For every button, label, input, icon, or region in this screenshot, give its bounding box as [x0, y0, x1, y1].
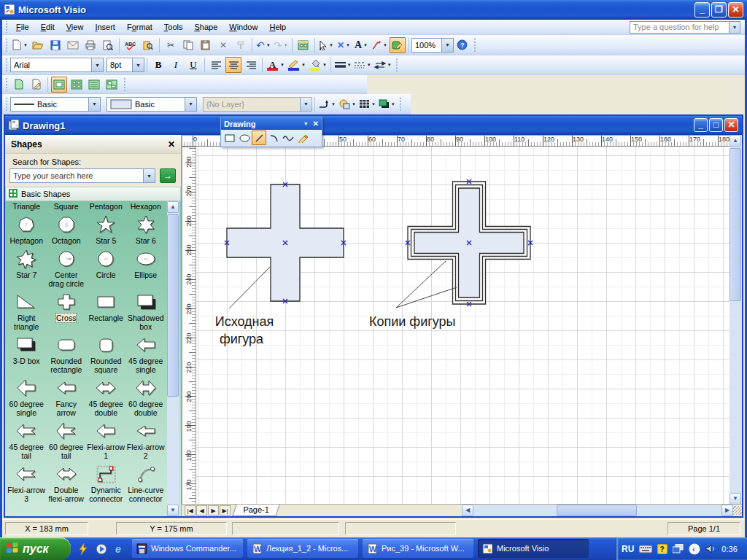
- scrollbar-thumb[interactable]: [729, 148, 741, 301]
- stencil-item-arrow-45-tail[interactable]: 45 degree tail: [7, 421, 47, 460]
- ellipse-tool-button[interactable]: [237, 131, 252, 145]
- shape-search-input[interactable]: Type your search here ▼: [9, 168, 155, 183]
- copy-button[interactable]: [180, 37, 196, 53]
- research-button[interactable]: [140, 37, 156, 53]
- start-button[interactable]: пуск: [0, 537, 71, 560]
- media-player-quicklaunch-icon[interactable]: [94, 542, 109, 556]
- text-tool-button[interactable]: A▼: [353, 37, 369, 53]
- stencil-item-octagon[interactable]: 8Octagon: [47, 215, 87, 245]
- menu-item-help[interactable]: Help: [263, 20, 292, 34]
- language-indicator[interactable]: RU: [622, 544, 634, 554]
- mail-button[interactable]: [65, 37, 81, 53]
- next-page-button[interactable]: ▶: [208, 505, 219, 516]
- stencil-item-arrow-60-single[interactable]: 60 degree single: [7, 378, 47, 417]
- chevron-down-icon[interactable]: ▼: [132, 58, 144, 71]
- toolbar-options-chevron[interactable]: [399, 96, 403, 112]
- stencil-item-label[interactable]: Pentagon: [86, 201, 126, 211]
- stencil-item-flexi-arrow-3[interactable]: Flexi-arrow 3: [7, 464, 47, 503]
- toolbar-grip[interactable]: [4, 58, 8, 73]
- toolbar-options-chevron[interactable]: [395, 58, 399, 73]
- display-settings-icon[interactable]: [673, 544, 684, 553]
- ink-tool-button[interactable]: ▼: [371, 37, 388, 53]
- stencil-item-label[interactable]: Hexagon: [126, 201, 166, 211]
- internet-explorer-quicklaunch-icon[interactable]: e: [112, 542, 127, 556]
- drawing-toolbar-title-bar[interactable]: Drawing ▼ ✕: [221, 117, 322, 130]
- keyboard-icon[interactable]: [639, 545, 652, 553]
- stencil-item-fancy-arrow[interactable]: Fancy arrow: [47, 378, 87, 417]
- menu-item-insert[interactable]: Insert: [89, 20, 121, 34]
- save-button[interactable]: [47, 37, 63, 53]
- last-page-button[interactable]: ▶|: [220, 505, 231, 516]
- new-page-button[interactable]: [11, 77, 27, 93]
- chevron-down-icon[interactable]: ▼: [88, 98, 100, 111]
- close-button[interactable]: ✕: [724, 118, 738, 132]
- minimize-button[interactable]: _: [694, 118, 708, 132]
- stencil-item-double-flexi-arrow[interactable]: Double flexi-arrow: [47, 464, 87, 503]
- line-jump-style-button[interactable]: ▼: [318, 96, 336, 112]
- canvas-vscrollbar[interactable]: ▲ ▼: [729, 135, 742, 505]
- menu-item-window[interactable]: Window: [223, 20, 263, 34]
- menu-item-file[interactable]: File: [10, 20, 35, 34]
- undo-button[interactable]: ↶▼: [255, 37, 271, 53]
- chevron-down-icon[interactable]: ▼: [300, 98, 311, 111]
- volume-icon[interactable]: [705, 544, 716, 553]
- stencil-item-center-drag-circle[interactable]: Center drag circle: [47, 249, 87, 288]
- line-color-button[interactable]: ▼: [287, 57, 306, 73]
- shapes-window-view-button[interactable]: [51, 77, 67, 93]
- stencil-item-rounded-square[interactable]: Rounded square: [86, 335, 126, 374]
- edit-page-button[interactable]: [28, 77, 44, 93]
- scroll-left-icon[interactable]: ◀: [462, 505, 473, 516]
- stencil-item-label[interactable]: Triangle: [7, 201, 47, 211]
- scroll-down-icon[interactable]: ▼: [167, 505, 179, 516]
- chevron-down-icon[interactable]: ▼: [91, 58, 103, 71]
- stencil-scrollbar[interactable]: ▲ ▼: [167, 201, 179, 516]
- fill-color-button[interactable]: ▼: [308, 57, 328, 73]
- page-tab[interactable]: Page-1: [232, 505, 279, 516]
- align-left-button[interactable]: [208, 57, 224, 73]
- toolbar-options-chevron[interactable]: [473, 37, 477, 53]
- drawing-toolbar-toggle-button[interactable]: [390, 37, 406, 53]
- menu-item-view[interactable]: View: [61, 20, 90, 34]
- annotation-leader-line[interactable]: [396, 261, 446, 308]
- freeform-tool-button[interactable]: [281, 131, 295, 145]
- fill-shape-button[interactable]: ▼: [338, 96, 357, 112]
- redo-button[interactable]: ↷▼: [273, 37, 289, 53]
- menu-item-tools[interactable]: Tools: [158, 20, 189, 34]
- toolbar-options-chevron[interactable]: [123, 77, 126, 92]
- taskbar-task-2[interactable]: WЛекция_1_2 - Micros...: [247, 539, 358, 558]
- chevron-down-icon[interactable]: ▼: [303, 121, 309, 126]
- chevron-down-icon[interactable]: ▼: [441, 39, 453, 52]
- pattern-button[interactable]: ▼: [358, 96, 376, 112]
- maximize-button[interactable]: □: [709, 118, 723, 132]
- size-position-window-button[interactable]: [104, 77, 120, 93]
- resize-grip[interactable]: [733, 506, 742, 515]
- font-name-combo[interactable]: Arial▼: [10, 58, 104, 72]
- layer-combo[interactable]: {No Layer}▼: [203, 97, 312, 112]
- print-button[interactable]: [82, 37, 98, 53]
- taskbar-task-1[interactable]: Windows Commander...: [132, 539, 243, 558]
- stencil-item-arrow-45-double[interactable]: 45 degree double: [86, 378, 126, 417]
- search-go-button[interactable]: →: [160, 168, 176, 183]
- taskbar-task-3[interactable]: WРис_39 - Microsoft W...: [363, 539, 473, 558]
- custom-properties-window-button[interactable]: [86, 77, 102, 93]
- toolbar-grip[interactable]: [4, 96, 8, 112]
- stencil-item-flexi-arrow-1[interactable]: Flexi-arrow 1: [86, 421, 126, 460]
- print-preview-button[interactable]: [100, 37, 116, 53]
- drawing-canvas[interactable]: ИсходнаяфигураКопии фигуры: [196, 147, 733, 505]
- scroll-up-icon[interactable]: ▲: [729, 135, 741, 147]
- pointer-tool-button[interactable]: ▼: [318, 37, 334, 53]
- pencil-tool-button[interactable]: [295, 131, 310, 145]
- annotation-text[interactable]: фигура: [220, 332, 264, 346]
- clock[interactable]: 0:36: [721, 545, 737, 553]
- stencil-item-right-triangle[interactable]: Right triangle: [7, 292, 47, 331]
- chevron-down-icon[interactable]: ▼: [143, 169, 155, 182]
- bold-button[interactable]: B: [150, 57, 166, 73]
- stencil-item-rounded-rectangle[interactable]: Rounded rectangle: [47, 335, 87, 374]
- help-button[interactable]: ?: [454, 37, 471, 53]
- winamp-quicklaunch-icon[interactable]: [76, 542, 90, 556]
- stencil-item-heptagon[interactable]: 7Heptagon: [7, 215, 47, 245]
- scroll-up-icon[interactable]: ▲: [167, 201, 179, 213]
- help-question-box[interactable]: Type a question for help ▼: [630, 21, 740, 34]
- menu-item-format[interactable]: Format: [121, 20, 158, 34]
- stencil-item-flexi-arrow-2[interactable]: Flexi-arrow 2: [126, 421, 166, 460]
